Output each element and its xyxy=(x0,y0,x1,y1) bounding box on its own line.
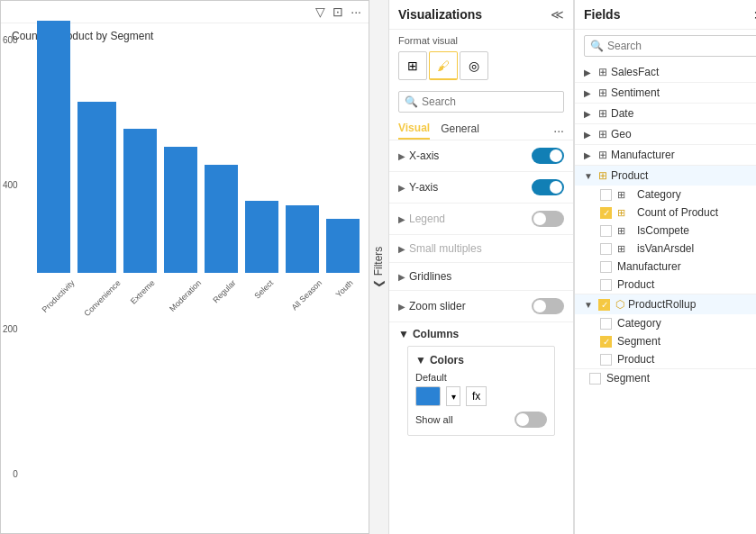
field-product-manufacturer[interactable]: Manufacturer xyxy=(575,258,756,276)
y-axis-toggle-knob xyxy=(550,181,562,194)
bar-label-extreme: Extreme xyxy=(129,278,157,306)
field-rollup-segment[interactable]: ✓ Segment xyxy=(575,332,756,350)
field-isvanarsdel[interactable]: ⊞ isVanArsdel xyxy=(575,240,756,258)
small-multiples-label: ▶ Small multiples xyxy=(398,242,482,255)
y-label-0: 0 xyxy=(13,469,18,479)
fields-search-box[interactable]: 🔍 xyxy=(584,35,756,57)
product-checkbox[interactable] xyxy=(600,279,612,291)
x-axis-label: ▶ X-axis xyxy=(398,149,439,162)
fields-search-icon: 🔍 xyxy=(590,40,604,52)
group-geo[interactable]: ▶ ⊞ Geo xyxy=(575,124,756,144)
default-label: Default xyxy=(415,372,547,383)
gridlines-section[interactable]: ▶ Gridlines xyxy=(389,263,573,291)
zoom-slider-chevron-icon: ▶ xyxy=(398,302,405,312)
analytics-icon: ◎ xyxy=(469,59,479,73)
small-multiples-section[interactable]: ▶ Small multiples xyxy=(389,235,573,263)
bar-extreme xyxy=(123,129,157,273)
productrollup-expand-icon: ▼ xyxy=(584,300,595,310)
field-rollup-category[interactable]: Category xyxy=(575,314,756,332)
group-date[interactable]: ▶ ⊞ Date xyxy=(575,104,756,123)
bar-group: Productivity xyxy=(37,21,70,287)
group-sentiment[interactable]: ▶ ⊞ Sentiment xyxy=(575,83,756,103)
filter-icon[interactable]: ▽ xyxy=(315,5,325,19)
colors-header[interactable]: ▼ Colors xyxy=(415,354,547,367)
field-product[interactable]: Product xyxy=(575,276,756,294)
expand-icon[interactable]: ⊡ xyxy=(332,5,343,19)
manufacturer-name: Manufacturer xyxy=(611,149,675,161)
grid-view-button[interactable]: ⊞ xyxy=(398,51,427,80)
zoom-slider-label: ▶ Zoom slider xyxy=(398,300,466,312)
group-manufacturer[interactable]: ▶ ⊞ Manufacturer xyxy=(575,145,756,165)
viz-search-input[interactable] xyxy=(422,95,558,108)
fields-search-input[interactable] xyxy=(607,40,756,52)
bar-group: Regular xyxy=(205,165,238,287)
colors-label: Colors xyxy=(430,354,464,367)
fx-button[interactable]: fx xyxy=(466,386,487,406)
product-category-checkbox[interactable] xyxy=(600,189,612,201)
field-product-category[interactable]: ⊞ Category xyxy=(575,186,756,204)
segment-checkbox[interactable] xyxy=(589,373,601,385)
group-productrollup[interactable]: ▼ ✓ ⬡ ProductRollup xyxy=(575,294,756,314)
field-count-of-product-label: Count of Product xyxy=(637,206,718,219)
rollup-segment-checkbox[interactable]: ✓ xyxy=(600,336,612,348)
field-count-of-product[interactable]: ✓ ⊞ Count of Product xyxy=(575,204,756,222)
field-isvanarsdel-label: isVanArsdel xyxy=(637,242,694,255)
field-iscompete-label: IsCompete xyxy=(637,224,689,237)
legend-section[interactable]: ▶ Legend xyxy=(389,204,573,235)
manufacturer-table-icon: ⊞ xyxy=(598,149,607,161)
paint-button[interactable]: 🖌 xyxy=(429,51,458,80)
more-icon[interactable]: ··· xyxy=(351,5,361,19)
collapse-left-icon: ≪ xyxy=(551,7,564,22)
bar-moderation xyxy=(164,147,197,273)
viz-search-box[interactable]: 🔍 xyxy=(398,91,564,113)
productrollup-checkbox[interactable]: ✓ xyxy=(598,299,610,311)
group-product[interactable]: ▼ ⊞ Product xyxy=(575,166,756,186)
field-iscompete[interactable]: ⊞ IsCompete xyxy=(575,222,756,240)
bar-regular xyxy=(205,165,238,273)
zoom-slider-section[interactable]: ▶ Zoom slider xyxy=(389,291,573,322)
y-axis-section[interactable]: ▶ Y-axis xyxy=(389,172,573,204)
zoom-slider-toggle-knob xyxy=(533,300,546,312)
bar-youth xyxy=(326,219,360,273)
filters-chevron-icon: ❮ xyxy=(373,279,386,288)
legend-toggle-knob xyxy=(533,213,546,225)
bar-label-youth: Youth xyxy=(334,278,355,299)
fields-header: Fields ≫ xyxy=(575,0,756,30)
date-name: Date xyxy=(611,107,633,120)
columns-label: Columns xyxy=(413,328,459,340)
salesfact-name: SalesFact xyxy=(611,66,659,78)
tab-general[interactable]: General xyxy=(441,122,479,139)
count-product-checkbox[interactable]: ✓ xyxy=(600,207,612,219)
x-axis-toggle[interactable] xyxy=(532,148,564,164)
legend-toggle[interactable] xyxy=(532,211,564,227)
salesfact-table-icon: ⊞ xyxy=(598,66,607,78)
bar-label-regular: Regular xyxy=(211,278,237,304)
product-expand-icon: ▼ xyxy=(584,171,595,181)
rollup-product-checkbox[interactable] xyxy=(600,354,612,366)
x-axis-section[interactable]: ▶ X-axis xyxy=(389,140,573,172)
group-salesfact[interactable]: ▶ ⊞ SalesFact xyxy=(575,62,756,82)
color-dropdown-button[interactable]: ▾ xyxy=(446,386,460,406)
show-all-toggle[interactable] xyxy=(515,412,547,428)
field-product-category-label: Category xyxy=(637,188,681,201)
columns-header[interactable]: ▼ Columns xyxy=(398,328,564,340)
tab-more-button[interactable]: ··· xyxy=(553,123,564,138)
format-visual-label: Format visual xyxy=(389,30,573,50)
viz-collapse-button[interactable]: ≪ xyxy=(551,7,564,22)
filters-panel[interactable]: ❮ Filters xyxy=(369,0,389,534)
product-manufacturer-checkbox[interactable] xyxy=(600,261,612,273)
field-segment[interactable]: Segment xyxy=(575,369,756,387)
tab-visual[interactable]: Visual xyxy=(398,122,430,140)
rollup-category-checkbox[interactable] xyxy=(600,318,612,330)
filters-text: Filters xyxy=(373,246,386,276)
y-label-200: 200 xyxy=(3,324,18,334)
y-axis-toggle[interactable] xyxy=(532,179,564,195)
analytics-button[interactable]: ◎ xyxy=(460,51,488,80)
isvanarsdel-checkbox[interactable] xyxy=(600,243,612,255)
paint-icon: 🖌 xyxy=(437,59,450,73)
zoom-slider-toggle[interactable] xyxy=(532,298,564,314)
productrollup-icon: ⬡ xyxy=(615,298,624,311)
iscompete-checkbox[interactable] xyxy=(600,225,612,237)
field-rollup-product[interactable]: Product xyxy=(575,350,756,368)
color-swatch[interactable] xyxy=(415,386,441,406)
